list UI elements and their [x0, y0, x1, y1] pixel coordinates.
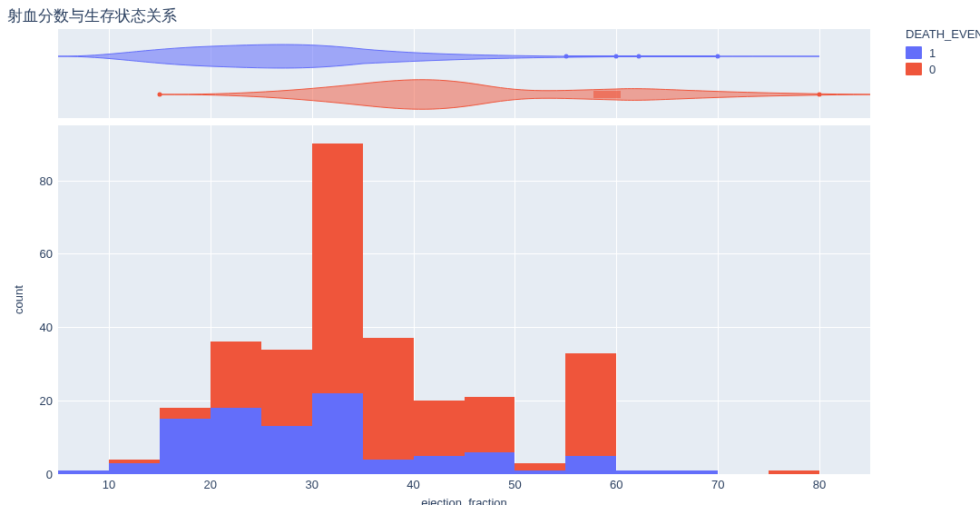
- bar-series-1: [414, 456, 465, 474]
- plot-area: 020406080 1020304050607080 count ejectio…: [58, 29, 870, 474]
- legend-item-0[interactable]: 0: [906, 61, 980, 77]
- violin-panel[interactable]: [58, 29, 870, 118]
- y-axis-label: count: [12, 285, 25, 314]
- y-tick: 40: [40, 321, 53, 334]
- legend-label-0: 0: [929, 63, 936, 76]
- bar-series-1: [211, 408, 261, 474]
- bar-series-1: [109, 463, 160, 474]
- y-tick: 20: [40, 394, 53, 408]
- legend: DEATH_EVENT 1 0: [906, 27, 980, 77]
- bar-series-1: [667, 470, 718, 474]
- bar-series-1: [58, 470, 109, 474]
- gridline-v: [514, 125, 515, 474]
- violin-svg: [58, 29, 870, 118]
- svg-rect-5: [593, 91, 621, 98]
- svg-point-4: [716, 54, 720, 59]
- legend-label-1: 1: [929, 46, 936, 60]
- violin-series-0: [160, 80, 870, 110]
- x-tick: 40: [407, 478, 419, 491]
- gridline-h: [58, 474, 870, 475]
- legend-item-1[interactable]: 1: [906, 45, 980, 61]
- x-axis-label: ejection_fraction: [421, 496, 507, 505]
- x-tick: 70: [711, 478, 724, 491]
- y-tick: 60: [40, 247, 53, 261]
- x-tick: 60: [610, 478, 622, 491]
- y-tick: 80: [40, 173, 53, 187]
- legend-swatch-1: [906, 46, 922, 59]
- gridline-h: [58, 181, 870, 182]
- svg-point-6: [158, 93, 162, 97]
- y-tick: 0: [46, 468, 53, 481]
- bar-series-1: [363, 460, 414, 474]
- bar-series-1: [514, 470, 565, 474]
- svg-point-3: [637, 54, 642, 59]
- histogram-panel[interactable]: 020406080 1020304050607080 count ejectio…: [58, 125, 870, 474]
- bar-series-1: [465, 452, 515, 474]
- bar-series-0: [363, 338, 414, 474]
- gridline-h: [58, 327, 870, 328]
- x-tick: 10: [103, 478, 115, 491]
- bar-series-1: [261, 426, 312, 474]
- gridline-h: [58, 253, 870, 254]
- svg-point-7: [818, 93, 822, 97]
- gridline-v: [718, 125, 719, 474]
- gridline-v: [819, 125, 820, 474]
- bar-series-1: [616, 470, 667, 474]
- page-title: 射血分数与生存状态关系: [7, 5, 177, 26]
- bar-series-1: [312, 393, 363, 474]
- bar-series-0: [769, 470, 819, 474]
- x-tick: 30: [305, 478, 318, 491]
- x-tick: 20: [204, 478, 217, 491]
- x-tick: 80: [813, 478, 826, 491]
- bar-series-1: [565, 456, 616, 474]
- gridline-v: [109, 125, 110, 474]
- svg-point-2: [614, 54, 619, 59]
- svg-point-1: [564, 54, 569, 59]
- legend-swatch-0: [906, 63, 922, 75]
- x-tick: 50: [508, 478, 521, 491]
- legend-title: DEATH_EVENT: [906, 27, 980, 41]
- gridline-v: [616, 125, 617, 474]
- bar-series-1: [160, 419, 211, 474]
